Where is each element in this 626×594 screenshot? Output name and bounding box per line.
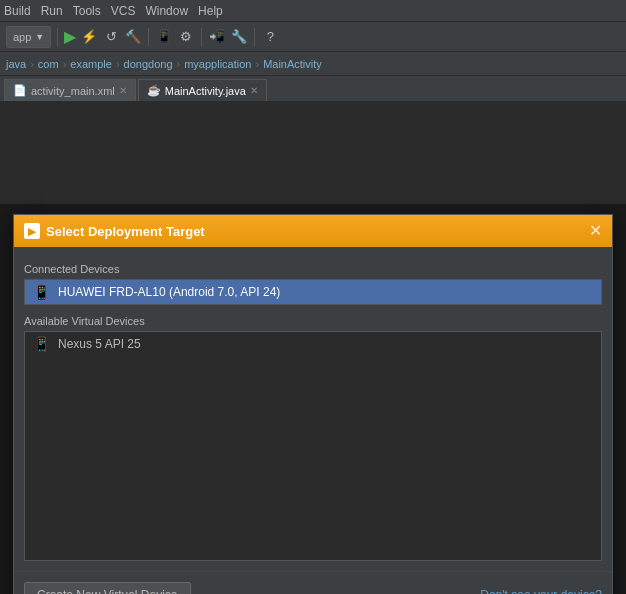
xml-file-icon: 📄 bbox=[13, 84, 27, 97]
dialog-title-icon: ▶ bbox=[24, 223, 40, 239]
phone-icon-virtual: 📱 bbox=[33, 336, 50, 352]
nav-dongdong[interactable]: dongdong bbox=[124, 58, 173, 70]
menu-help[interactable]: Help bbox=[198, 4, 223, 18]
app-selector[interactable]: app ▼ bbox=[6, 26, 51, 48]
dont-see-device-link[interactable]: Don't see your device? bbox=[480, 588, 602, 594]
toolbar-sep-3 bbox=[201, 28, 202, 46]
nav-mainactivity[interactable]: MainActivity bbox=[263, 58, 322, 70]
dialog-title: Select Deployment Target bbox=[46, 224, 205, 239]
nav-com[interactable]: com bbox=[38, 58, 59, 70]
ide-toolbar: app ▼ ▶ ⚡ ↺ 🔨 📱 ⚙ 📲 🔧 ? bbox=[0, 22, 626, 52]
tab-close-java[interactable]: ✕ bbox=[250, 85, 258, 96]
connected-devices-label: Connected Devices bbox=[24, 263, 602, 275]
lightning-icon[interactable]: ⚡ bbox=[80, 28, 98, 46]
tab-activity-main-xml[interactable]: 📄 activity_main.xml ✕ bbox=[4, 79, 136, 101]
nav-example[interactable]: example bbox=[70, 58, 112, 70]
nav-java[interactable]: java bbox=[6, 58, 26, 70]
run-button[interactable]: ▶ bbox=[64, 27, 76, 46]
hammer-icon[interactable]: 🔨 bbox=[124, 28, 142, 46]
settings-icon[interactable]: ⚙ bbox=[177, 28, 195, 46]
help-icon[interactable]: ? bbox=[261, 28, 279, 46]
connected-device-row-0[interactable]: 📱 HUAWEI FRD-AL10 (Android 7.0, API 24) bbox=[25, 280, 601, 304]
toolbar-sep-1 bbox=[57, 28, 58, 46]
modal-overlay: ▶ Select Deployment Target ✕ Connected D… bbox=[0, 204, 626, 594]
ide-menubar: Build Run Tools VCS Window Help bbox=[0, 0, 626, 22]
tab-close-xml[interactable]: ✕ bbox=[119, 85, 127, 96]
virtual-device-row-0[interactable]: 📱 Nexus 5 API 25 bbox=[25, 332, 601, 356]
virtual-devices-list: 📱 Nexus 5 API 25 bbox=[24, 331, 602, 561]
footer-row-create: Create New Virtual Device Don't see your… bbox=[24, 582, 602, 594]
tab-mainactivity-java[interactable]: ☕ MainActivity.java ✕ bbox=[138, 79, 267, 101]
phone-icon-connected: 📱 bbox=[33, 284, 50, 300]
nav-myapplication[interactable]: myapplication bbox=[184, 58, 251, 70]
virtual-devices-label: Available Virtual Devices bbox=[24, 315, 602, 327]
reload-icon[interactable]: ↺ bbox=[102, 28, 120, 46]
menu-window[interactable]: Window bbox=[145, 4, 188, 18]
toolbar-sep-2 bbox=[148, 28, 149, 46]
ide-tabs-bar: 📄 activity_main.xml ✕ ☕ MainActivity.jav… bbox=[0, 76, 626, 102]
dialog-footer: Create New Virtual Device Don't see your… bbox=[14, 571, 612, 594]
ide-editor-content: ▶ Select Deployment Target ✕ Connected D… bbox=[0, 102, 626, 594]
java-file-icon: ☕ bbox=[147, 84, 161, 97]
dialog-close-button[interactable]: ✕ bbox=[589, 223, 602, 239]
menu-run[interactable]: Run bbox=[41, 4, 63, 18]
device-manager-icon[interactable]: 📲 bbox=[208, 28, 226, 46]
dialog-titlebar: ▶ Select Deployment Target ✕ bbox=[14, 215, 612, 247]
menu-tools[interactable]: Tools bbox=[73, 4, 101, 18]
dialog-body: Connected Devices 📱 HUAWEI FRD-AL10 (And… bbox=[14, 247, 612, 571]
sdk-icon[interactable]: 🔧 bbox=[230, 28, 248, 46]
create-virtual-device-button[interactable]: Create New Virtual Device bbox=[24, 582, 191, 594]
android-icon[interactable]: 📱 bbox=[155, 28, 173, 46]
menu-vcs[interactable]: VCS bbox=[111, 4, 136, 18]
menu-build[interactable]: Build bbox=[4, 4, 31, 18]
connected-devices-list: 📱 HUAWEI FRD-AL10 (Android 7.0, API 24) bbox=[24, 279, 602, 305]
toolbar-sep-4 bbox=[254, 28, 255, 46]
ide-nav-breadcrumb: java › com › example › dongdong › myappl… bbox=[0, 52, 626, 76]
select-deployment-dialog: ▶ Select Deployment Target ✕ Connected D… bbox=[13, 214, 613, 594]
